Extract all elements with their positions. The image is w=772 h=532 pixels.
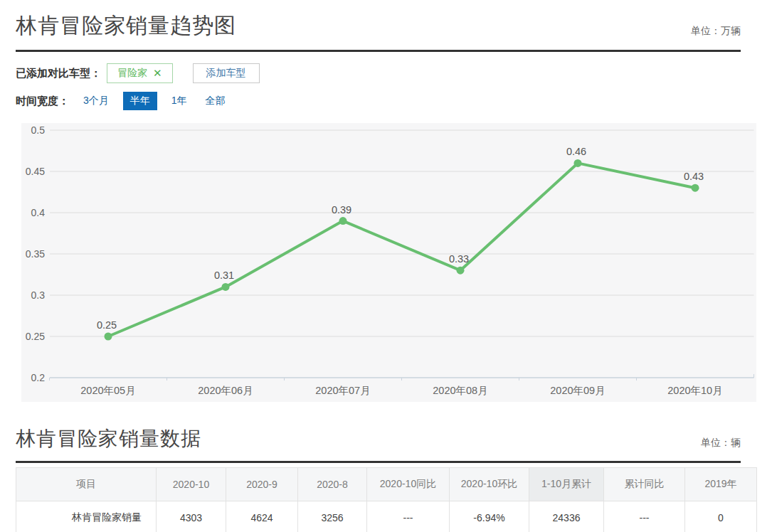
y-axis-tick-label: 0.35 <box>26 248 45 260</box>
col-header-2020-10: 2020-10 <box>157 468 226 501</box>
y-axis-tick-label: 0.25 <box>26 331 45 342</box>
time-option-6m[interactable]: 半年 <box>123 92 157 110</box>
y-axis-tick-label: 0.45 <box>26 166 45 177</box>
cell-item-name: 林肯冒险家销量 <box>16 501 157 532</box>
compare-models-label: 已添加对比车型： <box>16 67 101 80</box>
data-point <box>574 159 582 167</box>
cell-ytd: 24336 <box>529 501 604 532</box>
model-tag: 冒险家 ✕ <box>107 63 173 83</box>
trend-section-header: 林肯冒险家销量趋势图 单位：万辆 <box>16 11 741 41</box>
x-axis-tick-label: 2020年06月 <box>198 385 253 396</box>
data-point <box>339 217 347 225</box>
x-axis-tick-label: 2020年05月 <box>80 385 135 396</box>
trend-title: 林肯冒险家销量趋势图 <box>16 11 236 41</box>
cell-yoy: --- <box>367 501 450 532</box>
trend-unit-label: 单位：万辆 <box>691 25 741 41</box>
x-axis-tick-label: 2020年10月 <box>667 385 722 396</box>
time-width-row: 时间宽度： 3个月 半年 1年 全部 <box>16 92 741 110</box>
x-axis-tick-label: 2020年09月 <box>550 385 605 396</box>
y-axis-tick-label: 0.4 <box>31 207 46 218</box>
time-option-all[interactable]: 全部 <box>201 92 230 110</box>
y-axis-tick-label: 0.5 <box>31 124 46 136</box>
col-header-ytd-yoy: 累计同比 <box>604 468 685 501</box>
x-axis-tick-label: 2020年08月 <box>433 385 487 396</box>
cell-2020-8: 3256 <box>298 501 367 532</box>
sales-line <box>108 163 695 336</box>
time-width-label: 时间宽度： <box>16 95 69 108</box>
cell-2020-10: 4303 <box>157 501 226 532</box>
data-point-label: 0.46 <box>566 146 586 157</box>
data-point-label: 0.39 <box>332 204 351 216</box>
y-axis-tick-label: 0.3 <box>31 289 46 301</box>
remove-tag-icon[interactable]: ✕ <box>153 67 162 80</box>
data-point <box>457 267 465 275</box>
compare-models-row: 已添加对比车型： 冒险家 ✕ 添加车型 <box>16 63 741 83</box>
x-axis-tick-label: 2020年07月 <box>315 385 370 396</box>
cell-mom: -6.94% <box>450 501 529 532</box>
table-title: 林肯冒险家销量数据 <box>16 425 201 452</box>
page: 林肯冒险家销量趋势图 单位：万辆 已添加对比车型： 冒险家 ✕ 添加车型 时间宽… <box>0 0 756 532</box>
table-unit-label: 单位：辆 <box>701 437 741 452</box>
model-tag-label: 冒险家 <box>117 67 147 80</box>
table-row: 林肯冒险家销量 4303 4624 3256 --- -6.94% 24336 … <box>16 501 757 532</box>
divider <box>16 50 741 52</box>
cell-2020-9: 4624 <box>226 501 298 532</box>
time-option-3m[interactable]: 3个月 <box>79 92 113 110</box>
add-model-button[interactable]: 添加车型 <box>193 63 260 83</box>
data-point-label: 0.43 <box>684 171 704 182</box>
divider <box>16 461 741 463</box>
col-header-yoy: 2020-10同比 <box>367 468 450 501</box>
data-point <box>222 283 230 291</box>
data-point <box>105 333 112 341</box>
time-option-1y[interactable]: 1年 <box>167 92 191 110</box>
sales-data-table: 项目 2020-10 2020-9 2020-8 2020-10同比 2020-… <box>16 467 757 532</box>
data-point-label: 0.33 <box>449 253 469 265</box>
col-header-2020-9: 2020-9 <box>226 468 298 501</box>
data-point <box>692 184 699 192</box>
table-section-header: 林肯冒险家销量数据 单位：辆 <box>16 425 741 452</box>
col-header-2019: 2019年 <box>685 468 757 501</box>
sales-trend-chart: 0.20.250.30.350.40.450.52020年05月2020年06月… <box>21 123 756 402</box>
trend-chart-svg: 0.20.250.30.350.40.450.52020年05月2020年06月… <box>21 123 756 402</box>
table-header-row: 项目 2020-10 2020-9 2020-8 2020-10同比 2020-… <box>16 468 757 501</box>
cell-2019: 0 <box>685 501 757 532</box>
col-header-2020-8: 2020-8 <box>298 468 367 501</box>
col-header-ytd: 1-10月累计 <box>529 468 604 501</box>
col-header-mom: 2020-10环比 <box>450 468 529 501</box>
data-point-label: 0.25 <box>97 319 117 331</box>
cell-ytd-yoy: --- <box>604 501 685 532</box>
data-point-label: 0.31 <box>214 270 234 281</box>
y-axis-tick-label: 0.2 <box>31 372 46 383</box>
col-header-item: 项目 <box>16 468 157 501</box>
